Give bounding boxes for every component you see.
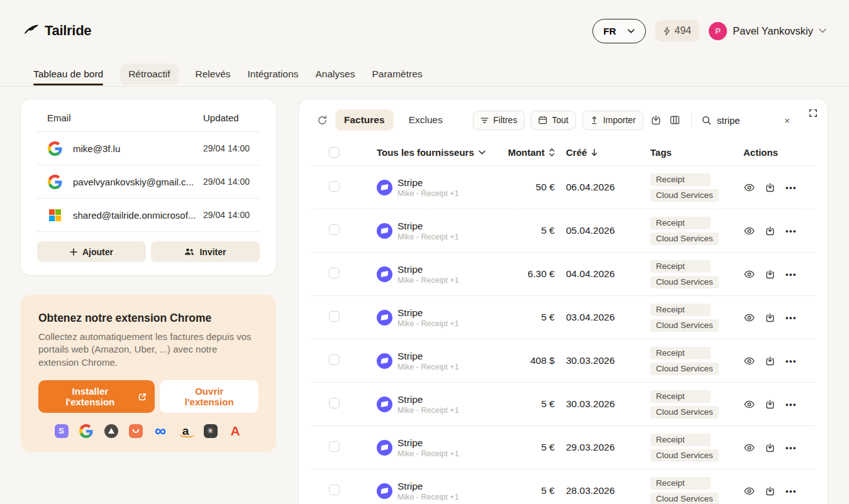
- view-icon[interactable]: [743, 183, 755, 192]
- table-row[interactable]: StripeMike - Receipt +1 408 $ 30.03.2026…: [311, 339, 815, 382]
- more-actions-icon[interactable]: •••: [785, 226, 797, 236]
- view-icon[interactable]: [743, 443, 755, 452]
- install-extension-button[interactable]: Installer l'extension: [38, 380, 155, 413]
- download-icon[interactable]: [765, 269, 775, 280]
- tab-analyses[interactable]: Analyses: [316, 63, 355, 85]
- search-input[interactable]: stripe ×: [702, 115, 790, 126]
- tab-parametres[interactable]: Paramètres: [372, 63, 422, 85]
- row-checkbox[interactable]: [329, 485, 340, 495]
- select-all-checkbox[interactable]: [329, 147, 340, 158]
- row-checkbox[interactable]: [329, 181, 340, 192]
- row-checkbox[interactable]: [329, 224, 340, 235]
- email-table-header: Email Updated: [37, 104, 260, 132]
- email-address: pavelvyankovskiy@gmail.c...: [73, 177, 194, 187]
- more-actions-icon[interactable]: •••: [785, 356, 797, 366]
- add-email-label: Ajouter: [82, 247, 113, 257]
- tag: Cloud Services: [650, 493, 719, 504]
- invite-button[interactable]: Inviter: [151, 241, 260, 262]
- more-actions-icon[interactable]: •••: [785, 399, 797, 410]
- table-row[interactable]: StripeMike - Receipt +1 50 € 06.04.2026 …: [311, 165, 815, 209]
- email-row[interactable]: pavelvyankovskiy@gmail.c... 29/04 14:00: [37, 165, 260, 199]
- row-checkbox[interactable]: [329, 398, 340, 408]
- people-icon: [184, 248, 194, 256]
- brand-logo[interactable]: Tailride: [23, 23, 91, 40]
- expand-icon[interactable]: [807, 107, 819, 119]
- more-actions-icon[interactable]: •••: [785, 182, 797, 193]
- more-actions-icon[interactable]: •••: [785, 269, 797, 280]
- table-row[interactable]: StripeMike - Receipt +1 5 € 05.04.2026 R…: [311, 209, 815, 252]
- tag: Cloud Services: [650, 189, 719, 202]
- view-icon[interactable]: [743, 400, 755, 409]
- table-row[interactable]: StripeMike - Receipt +1 5 € 30.03.2026 R…: [311, 382, 815, 425]
- row-checkbox[interactable]: [329, 311, 340, 322]
- app-screen: Tailride FR 494 P Pavel Yankovskiy Table…: [0, 0, 849, 504]
- language-select[interactable]: FR: [592, 19, 646, 43]
- row-checkbox[interactable]: [329, 441, 340, 452]
- calendar-icon: [538, 116, 547, 124]
- supplier-subtitle: Mike - Receipt +1: [397, 189, 459, 198]
- invoices-panel: Factures Exclues Filtres Tout Importer: [299, 99, 828, 504]
- supplier-name: Stripe: [397, 307, 459, 319]
- view-icon[interactable]: [743, 270, 755, 279]
- supplier-subtitle: Mike - Receipt +1: [397, 449, 459, 458]
- import-label: Importer: [603, 115, 636, 125]
- supplier-filter-dropdown[interactable]: Tous les fournisseurs: [377, 147, 502, 158]
- download-icon[interactable]: [765, 486, 775, 496]
- download-icon[interactable]: [765, 226, 775, 236]
- view-icon[interactable]: [743, 356, 755, 366]
- row-checkbox[interactable]: [329, 268, 340, 278]
- download-icon[interactable]: [765, 182, 775, 193]
- amount: 5 €: [502, 442, 562, 453]
- download-icon[interactable]: [765, 312, 775, 323]
- table-row[interactable]: StripeMike - Receipt +1 5 € 03.04.2026 R…: [311, 295, 815, 339]
- view-icon[interactable]: [743, 226, 755, 236]
- table-row[interactable]: StripeMike - Receipt +1 5 € 28.03.2026 R…: [311, 469, 815, 504]
- credits-badge[interactable]: 494: [655, 20, 700, 41]
- email-address: mike@3f.lu: [73, 143, 120, 154]
- import-button[interactable]: Importer: [582, 111, 643, 130]
- supplier-subtitle: Mike - Receipt +1: [397, 493, 459, 501]
- download-icon[interactable]: [765, 356, 775, 366]
- open-extension-button[interactable]: Ouvrir l'extension: [160, 380, 258, 413]
- user-menu[interactable]: P Pavel Yankovskiy: [709, 22, 826, 40]
- view-icon[interactable]: [743, 486, 755, 496]
- more-actions-icon[interactable]: •••: [785, 486, 797, 496]
- created-sort-header[interactable]: Créé: [562, 147, 644, 158]
- more-actions-icon[interactable]: •••: [785, 442, 797, 453]
- tab-retroactif[interactable]: Rétroactif: [120, 63, 178, 85]
- tag: Receipt: [650, 304, 711, 316]
- refresh-icon[interactable]: [316, 114, 329, 127]
- tab-tableau-de-bord[interactable]: Tableau de bord: [33, 63, 103, 85]
- email-row[interactable]: mike@3f.lu 29/04 14:00: [37, 132, 260, 165]
- view-icon[interactable]: [743, 313, 755, 322]
- created-date: 03.04.2026: [562, 312, 644, 323]
- download-all-icon[interactable]: [650, 114, 662, 126]
- table-row[interactable]: StripeMike - Receipt +1 5 € 29.03.2026 R…: [311, 425, 815, 469]
- stripe-logo-icon: [377, 483, 392, 499]
- tab-releves[interactable]: Relevés: [196, 63, 231, 85]
- filters-label: Filtres: [493, 115, 517, 125]
- download-icon[interactable]: [765, 442, 775, 453]
- columns-icon[interactable]: [669, 114, 681, 126]
- open-label: Ouvrir l'extension: [185, 386, 234, 407]
- stripe-logo-icon: [377, 266, 392, 282]
- microsoft-icon: [47, 207, 62, 222]
- tag: Receipt: [650, 434, 711, 446]
- created-date: 05.04.2026: [562, 225, 644, 236]
- row-checkbox[interactable]: [329, 354, 340, 365]
- email-row[interactable]: shared@tailride.onmicrosof... 29/04 14:0…: [37, 199, 260, 232]
- table-row[interactable]: StripeMike - Receipt +1 6.30 € 04.04.202…: [311, 252, 815, 295]
- add-email-button[interactable]: Ajouter: [37, 241, 146, 262]
- upload-icon: [590, 116, 599, 124]
- download-icon[interactable]: [765, 399, 775, 410]
- filters-button[interactable]: Filtres: [473, 111, 524, 130]
- amount-sort-header[interactable]: Montant: [502, 147, 562, 158]
- more-actions-icon[interactable]: •••: [785, 312, 797, 323]
- amount-header-label: Montant: [508, 147, 545, 158]
- date-range-button[interactable]: Tout: [531, 111, 575, 130]
- clear-search-icon[interactable]: ×: [784, 116, 790, 125]
- supplier-name: Stripe: [397, 437, 459, 449]
- tab-factures[interactable]: Factures: [335, 109, 394, 131]
- tab-exclues[interactable]: Exclues: [400, 109, 452, 131]
- tab-integrations[interactable]: Intégrations: [248, 63, 299, 85]
